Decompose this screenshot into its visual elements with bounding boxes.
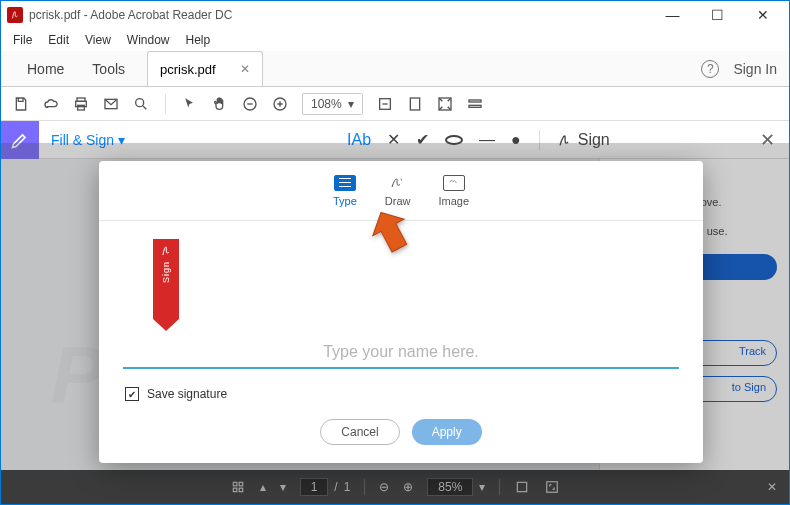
- draw-icon: [387, 175, 409, 191]
- zoom-select[interactable]: 108% ▾: [302, 93, 363, 115]
- app-window: pcrisk.pdf - Adobe Acrobat Reader DC — ☐…: [0, 0, 790, 505]
- tab-image-label: Image: [438, 195, 469, 207]
- menu-bar: File Edit View Window Help: [1, 29, 789, 51]
- svg-rect-11: [469, 105, 481, 107]
- sign-here-label: Sign: [161, 261, 171, 283]
- nav-tools[interactable]: Tools: [78, 61, 139, 77]
- document-tab-label: pcrisk.pdf: [160, 62, 216, 77]
- tab-draw-label: Draw: [385, 195, 411, 207]
- menu-help[interactable]: Help: [180, 31, 217, 49]
- minimize-button[interactable]: —: [650, 1, 695, 29]
- svg-point-4: [136, 98, 144, 106]
- document-tab[interactable]: pcrisk.pdf ✕: [147, 51, 263, 86]
- search-icon[interactable]: [133, 96, 149, 112]
- signature-placeholder: Type your name here.: [123, 343, 679, 361]
- image-icon: [443, 175, 465, 191]
- tab-type-label: Type: [333, 195, 357, 207]
- title-bar: pcrisk.pdf - Adobe Acrobat Reader DC — ☐…: [1, 1, 789, 29]
- menu-edit[interactable]: Edit: [42, 31, 75, 49]
- close-button[interactable]: ✕: [740, 1, 785, 29]
- help-icon[interactable]: ?: [701, 60, 719, 78]
- menu-file[interactable]: File: [7, 31, 38, 49]
- tab-image[interactable]: Image: [438, 175, 469, 207]
- zoom-value: 108%: [311, 97, 342, 111]
- tab-close-icon[interactable]: ✕: [240, 62, 250, 76]
- hand-icon[interactable]: [212, 96, 228, 112]
- tab-draw[interactable]: Draw: [385, 175, 411, 207]
- sign-here-flag: Sign: [153, 239, 179, 319]
- read-mode-icon[interactable]: [467, 96, 483, 112]
- save-icon[interactable]: [13, 96, 29, 112]
- acrobat-icon: [7, 7, 23, 23]
- fit-page-icon[interactable]: [407, 96, 423, 112]
- pointer-icon[interactable]: [182, 96, 198, 112]
- print-icon[interactable]: [73, 96, 89, 112]
- mail-icon[interactable]: [103, 96, 119, 112]
- apply-button[interactable]: Apply: [412, 419, 482, 445]
- zoom-in-icon[interactable]: [272, 96, 288, 112]
- tab-bar: Home Tools pcrisk.pdf ✕ ? Sign In: [1, 51, 789, 87]
- fit-width-icon[interactable]: [377, 96, 393, 112]
- tutorial-arrow-icon: [363, 207, 415, 259]
- save-signature-checkbox[interactable]: ✔: [125, 387, 139, 401]
- save-signature-label: Save signature: [147, 387, 227, 401]
- fit-visible-icon[interactable]: [437, 96, 453, 112]
- cancel-button[interactable]: Cancel: [320, 419, 399, 445]
- cloud-icon[interactable]: [43, 96, 59, 112]
- tab-type[interactable]: Type: [333, 175, 357, 207]
- zoom-out-icon[interactable]: [242, 96, 258, 112]
- maximize-button[interactable]: ☐: [695, 1, 740, 29]
- svg-rect-8: [410, 98, 419, 110]
- chevron-down-icon: ▾: [348, 97, 354, 111]
- keyboard-icon: [334, 175, 356, 191]
- menu-view[interactable]: View: [79, 31, 117, 49]
- nav-home[interactable]: Home: [13, 61, 78, 77]
- window-title: pcrisk.pdf - Adobe Acrobat Reader DC: [29, 8, 232, 22]
- svg-rect-10: [469, 100, 481, 102]
- menu-window[interactable]: Window: [121, 31, 176, 49]
- main-toolbar: 108% ▾: [1, 87, 789, 121]
- sign-in-link[interactable]: Sign In: [733, 61, 777, 77]
